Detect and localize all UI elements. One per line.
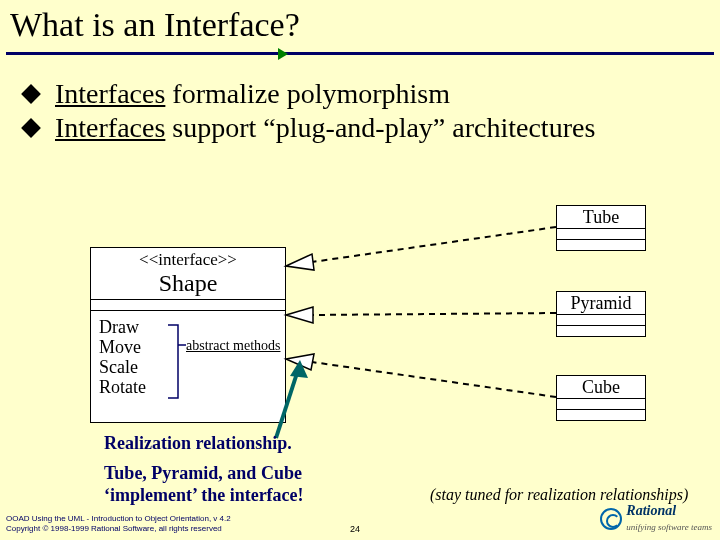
class-tube-box: Tube bbox=[556, 205, 646, 251]
title-arrow-icon bbox=[278, 48, 288, 60]
abstract-methods-label: abstract methods bbox=[186, 338, 280, 354]
slide-title: What is an Interface? bbox=[10, 6, 300, 44]
page-number: 24 bbox=[350, 524, 360, 534]
interface-name: Shape bbox=[91, 270, 285, 297]
interface-shape-box: <<interface>> Shape Draw Move Scale Rota… bbox=[90, 247, 286, 423]
rational-swirl-icon bbox=[600, 508, 622, 530]
op-rotate: Rotate bbox=[99, 377, 285, 397]
svg-marker-1 bbox=[286, 254, 314, 270]
class-pyramid-box: Pyramid bbox=[556, 291, 646, 337]
implement-note: Tube, Pyramid, and Cube ‘implement’ the … bbox=[104, 462, 304, 506]
rational-logo: Rational unifying software teams bbox=[600, 503, 712, 534]
svg-line-2 bbox=[312, 313, 556, 315]
footer-line1: OOAD Using the UML - Introduction to Obj… bbox=[6, 514, 231, 524]
diamond-icon bbox=[21, 118, 41, 138]
class-cube-ops bbox=[557, 409, 645, 420]
footer-copyright: OOAD Using the UML - Introduction to Obj… bbox=[6, 514, 231, 534]
bullet-1: Interfaces formalize polymorphism bbox=[24, 78, 450, 110]
class-cube-name: Cube bbox=[557, 376, 645, 398]
footer-line2: Copyright © 1998-1999 Rational Software,… bbox=[6, 524, 231, 534]
svg-marker-5 bbox=[286, 354, 314, 370]
logo-tagline: unifying software teams bbox=[626, 522, 712, 532]
class-cube-attr bbox=[557, 398, 645, 409]
class-tube-attr bbox=[557, 228, 645, 239]
bullet-1-rest: formalize polymorphism bbox=[165, 78, 450, 109]
operations-list: Draw Move Scale Rotate bbox=[91, 311, 285, 397]
class-tube-ops bbox=[557, 239, 645, 250]
implement-note-line1: Tube, Pyramid, and Cube bbox=[104, 462, 304, 484]
class-pyramid-ops bbox=[557, 325, 645, 336]
svg-line-4 bbox=[312, 362, 556, 397]
bullet-2-key: Interfaces bbox=[55, 112, 165, 143]
svg-marker-7 bbox=[290, 360, 308, 378]
implement-note-line2: ‘implement’ the interface! bbox=[104, 484, 304, 506]
bullet-1-key: Interfaces bbox=[55, 78, 165, 109]
name-separator bbox=[91, 299, 285, 300]
bullet-2: Interfaces support “plug-and-play” archi… bbox=[24, 112, 684, 144]
stereotype-label: <<interface>> bbox=[91, 250, 285, 270]
class-pyramid-attr bbox=[557, 314, 645, 325]
svg-marker-3 bbox=[286, 307, 313, 323]
bullet-2-rest: support “plug-and-play” architectures bbox=[165, 112, 595, 143]
class-cube-box: Cube bbox=[556, 375, 646, 421]
op-draw: Draw bbox=[99, 317, 285, 337]
logo-brand: Rational bbox=[626, 503, 676, 518]
diamond-icon bbox=[21, 84, 41, 104]
stay-tuned-note: (stay tuned for realization relationship… bbox=[430, 486, 688, 504]
title-rule bbox=[6, 52, 714, 55]
class-tube-name: Tube bbox=[557, 206, 645, 228]
rational-logo-text: Rational unifying software teams bbox=[626, 503, 712, 534]
svg-line-0 bbox=[312, 227, 556, 262]
class-pyramid-name: Pyramid bbox=[557, 292, 645, 314]
op-scale: Scale bbox=[99, 357, 285, 377]
realization-note: Realization relationship. bbox=[104, 432, 292, 454]
